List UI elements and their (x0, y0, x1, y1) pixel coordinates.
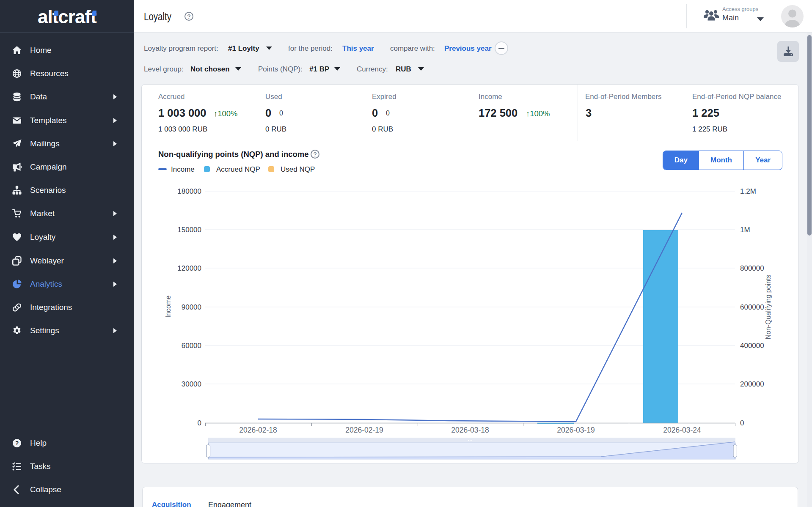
svg-text:600000: 600000 (740, 303, 764, 311)
svg-text:400000: 400000 (740, 342, 764, 350)
svg-text:800000: 800000 (740, 264, 764, 272)
svg-text:1.2M: 1.2M (740, 187, 756, 195)
svg-text:0: 0 (198, 419, 201, 427)
svg-text:Income: Income (165, 296, 172, 318)
svg-text:2026-03-19: 2026-03-19 (557, 426, 595, 434)
svg-text:2026-03-24: 2026-03-24 (663, 426, 701, 434)
svg-text:2026-02-19: 2026-02-19 (345, 426, 383, 434)
svg-text:2026-03-18: 2026-03-18 (451, 426, 489, 434)
svg-text:150000: 150000 (177, 226, 201, 234)
svg-text:120000: 120000 (177, 264, 201, 272)
svg-text:?: ? (15, 440, 19, 447)
svg-text:200000: 200000 (740, 380, 764, 388)
svg-text:Non-Qualifying points: Non-Qualifying points (765, 275, 772, 340)
svg-text:0: 0 (740, 419, 744, 427)
svg-text:180000: 180000 (177, 187, 201, 195)
svg-text:2026-02-18: 2026-02-18 (239, 426, 277, 434)
svg-text:60000: 60000 (182, 342, 201, 350)
svg-text:1M: 1M (740, 226, 750, 234)
svg-text:30000: 30000 (182, 380, 201, 388)
svg-text:90000: 90000 (182, 303, 201, 311)
